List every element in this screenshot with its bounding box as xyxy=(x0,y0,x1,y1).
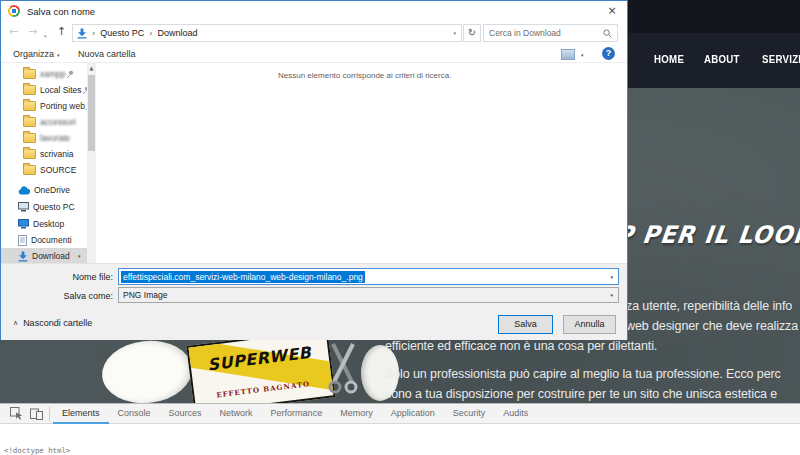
site-paragraph-line: web designer che deve realizza xyxy=(626,319,798,333)
breadcrumb-separator: › xyxy=(149,29,152,38)
view-options-button[interactable]: ▾ xyxy=(561,49,584,60)
folder-icon xyxy=(23,101,36,111)
sidebar-item-label: Desktop xyxy=(33,219,64,229)
search-icon xyxy=(603,29,612,38)
search-input[interactable]: Cerca in Download xyxy=(483,24,618,42)
sidebar-item-desktop[interactable]: Desktop xyxy=(1,216,87,232)
sidebar-item-accessori[interactable]: accessori xyxy=(1,114,87,130)
site-paragraph-line: sono a tua disposizione per costruire pe… xyxy=(385,387,777,401)
desktop-icon xyxy=(18,219,29,229)
close-button[interactable]: × xyxy=(597,1,627,21)
sidebar-item-label: Local Sites xyxy=(40,85,82,95)
download-icon xyxy=(18,251,28,262)
sidebar-item-scrivania[interactable]: scrivania xyxy=(1,146,87,162)
file-name-input[interactable]: effettispeciali.com_servizi-web-milano_w… xyxy=(118,268,619,285)
sidebar-item-documenti[interactable]: Documenti xyxy=(1,232,87,248)
folder-icon xyxy=(23,165,36,175)
download-expand-chevron[interactable]: ▾ xyxy=(78,253,81,259)
download-folder-icon xyxy=(77,28,87,39)
file-name-label: Nome file: xyxy=(1,272,113,282)
save-dialog: Salva con nome × ← → ▾ ↑ › Questo PC › D… xyxy=(0,0,628,340)
file-name-selected-text: effettispeciali.com_servizi-web-milano_w… xyxy=(121,271,365,283)
computer-icon xyxy=(18,202,29,212)
dialog-toolbar: Organizza▾ Nuova cartella ▾ ? xyxy=(1,46,627,63)
scrollbar-thumb[interactable] xyxy=(88,75,95,151)
sidebar-item-local-sites[interactable]: Local Sites xyxy=(1,82,87,98)
chrome-icon xyxy=(8,5,20,17)
chevron-down-icon[interactable]: ▾ xyxy=(610,274,613,280)
dialog-navbar: ← → ▾ ↑ › Questo PC › Download ▾ ↻ Cerca xyxy=(1,21,627,46)
screenshot-root: HOMEABOUTSERVIZI P PER IL LOOK D SUPERWE… xyxy=(0,0,800,455)
cloud-icon xyxy=(18,186,30,195)
document-icon xyxy=(18,235,27,246)
scissors-icon xyxy=(326,338,360,400)
product-image: SUPERWEB EFFETTO BAGNATO xyxy=(98,336,400,408)
can-left-end xyxy=(99,336,195,407)
sidebar-item-label: Download xyxy=(32,251,70,261)
tab-console[interactable]: Console xyxy=(109,404,160,424)
devtools-panel: ElementsConsoleSourcesNetworkPerformance… xyxy=(0,403,800,455)
nav-item-home[interactable]: HOME xyxy=(654,53,684,65)
tab-performance[interactable]: Performance xyxy=(262,404,332,424)
tab-memory[interactable]: Memory xyxy=(331,404,382,424)
hide-folders-button[interactable]: ∧ Nascondi cartelle xyxy=(13,318,92,328)
sidebar-item-label: Questo PC xyxy=(33,202,75,212)
folder-icon xyxy=(23,85,36,95)
sidebar-item-xampp[interactable]: xampp xyxy=(1,66,87,82)
breadcrumb-root[interactable]: Questo PC xyxy=(100,28,144,38)
code-line-doctype: <!doctype html> xyxy=(4,446,800,455)
folder-icon xyxy=(23,133,36,143)
up-button[interactable]: ↑ xyxy=(57,25,66,39)
new-folder-button[interactable]: Nuova cartella xyxy=(78,49,136,59)
nav-item-about[interactable]: ABOUT xyxy=(704,53,740,65)
forward-button[interactable]: → xyxy=(28,25,37,39)
save-type-label: Salva come: xyxy=(1,291,113,301)
dialog-footer: Nome file: effettispeciali.com_servizi-w… xyxy=(1,263,627,340)
tab-application[interactable]: Application xyxy=(382,404,444,424)
sidebar-item-label: scrivania xyxy=(40,149,74,159)
tab-elements[interactable]: Elements xyxy=(53,404,109,424)
devtools-tabs: ElementsConsoleSourcesNetworkPerformance… xyxy=(53,404,537,424)
sidebar-item-label: Porting web xyxy=(40,101,85,111)
sidebar-item-label: Documenti xyxy=(31,235,72,245)
tab-audits[interactable]: Audits xyxy=(494,404,537,424)
hero-heading: P PER IL LOOK D xyxy=(614,221,800,249)
history-dropdown-icon[interactable]: ▾ xyxy=(44,29,47,43)
breadcrumb-folder[interactable]: Download xyxy=(157,28,197,38)
devtools-toolbar: ElementsConsoleSourcesNetworkPerformance… xyxy=(0,404,800,424)
tab-security[interactable]: Security xyxy=(444,404,495,424)
help-button[interactable]: ? xyxy=(602,47,615,60)
refresh-button[interactable]: ↻ xyxy=(463,24,481,42)
scrollbar-up-arrow[interactable]: ▲ xyxy=(87,63,96,73)
site-paragraph-line: Solo un professionista può capire al meg… xyxy=(385,367,781,381)
tab-sources[interactable]: Sources xyxy=(160,404,211,424)
site-paragraph-line: za utente, reperibilità delle info xyxy=(626,299,792,313)
sidebar-scrollbar[interactable]: ▲ xyxy=(87,63,96,264)
nav-item-servizi[interactable]: SERVIZI xyxy=(762,53,800,65)
back-button[interactable]: ← xyxy=(9,25,18,39)
sidebar-item-download[interactable]: Download xyxy=(1,248,87,264)
folder-icon xyxy=(23,69,36,79)
sidebar-item-source[interactable]: SOURCE xyxy=(1,162,87,178)
sidebar-item-label: xampp xyxy=(40,69,66,79)
chevron-down-icon: ▾ xyxy=(581,52,584,58)
sidebar-item-lavorate[interactable]: lavorate xyxy=(1,130,87,146)
folder-icon xyxy=(23,149,36,159)
chevron-up-icon: ∧ xyxy=(13,319,18,327)
tab-network[interactable]: Network xyxy=(211,404,262,424)
breadcrumb-history-chevron[interactable]: ▾ xyxy=(453,30,456,36)
view-options-icon xyxy=(561,49,575,60)
cancel-button[interactable]: Annulla xyxy=(563,315,616,334)
sidebar-item-onedrive[interactable]: OneDrive xyxy=(1,182,87,198)
sidebar-item-porting-web[interactable]: Porting web xyxy=(1,98,87,114)
sidebar-item-label: SOURCE xyxy=(40,165,76,175)
chevron-down-icon[interactable]: ▾ xyxy=(610,292,613,298)
save-button[interactable]: Salva xyxy=(498,315,553,334)
sidebar-item-questo-pc[interactable]: Questo PC xyxy=(1,199,87,215)
save-type-select[interactable]: PNG Image ▾ xyxy=(118,287,619,303)
device-toolbar-icon[interactable] xyxy=(26,404,46,423)
empty-folder-message: Nessun elemento corrisponde ai criteri d… xyxy=(278,71,451,80)
breadcrumb[interactable]: › Questo PC › Download ▾ xyxy=(72,24,462,42)
organize-button[interactable]: Organizza▾ xyxy=(13,49,60,59)
inspect-element-icon[interactable] xyxy=(6,404,26,423)
